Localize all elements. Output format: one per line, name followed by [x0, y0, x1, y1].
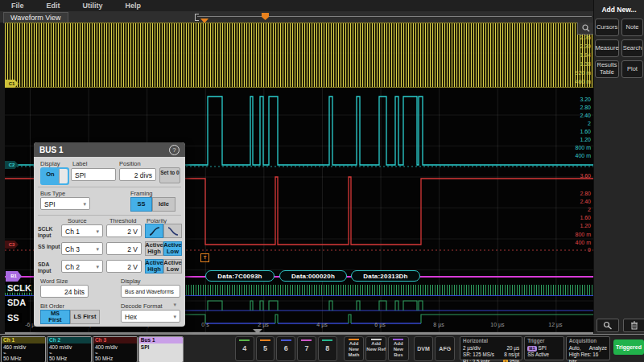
tab-waveform-view[interactable]: Waveform View	[3, 12, 68, 23]
decode-box-2[interactable]: Data:000020h	[279, 270, 347, 282]
ss-threshold-input[interactable]: 2 V	[106, 242, 142, 255]
ss-active-high-button[interactable]: Active High	[145, 241, 163, 256]
record-window-bracket[interactable]	[195, 14, 199, 21]
word-size-input[interactable]: 24 bits	[40, 285, 89, 298]
sda-polarity-segment: Active High Active Low	[145, 259, 182, 274]
results-table-button[interactable]: Results Table	[595, 60, 619, 78]
horizontal-panel[interactable]: Horizontal 2 µs/div20 µs SR: 125 MS/s8 n…	[460, 336, 522, 360]
ch3-scale-tick: 2.40	[564, 199, 591, 205]
trigger-point-marker[interactable]: T	[200, 253, 209, 262]
ch4-color-dash	[239, 339, 250, 341]
menu-utility[interactable]: Utility	[83, 2, 103, 10]
decode-format-label: Decode Format	[121, 302, 163, 310]
search-button[interactable]: Search	[621, 39, 643, 57]
bus-type-label: Bus Type	[40, 190, 65, 197]
sda-threshold-input[interactable]: 2 V	[106, 260, 142, 273]
decode-box-3[interactable]: Data:20313Dh	[351, 270, 420, 282]
ch2-scale-tick: 2.80	[564, 105, 591, 111]
menu-bar: File Edit Utility Help	[0, 0, 594, 11]
ch4-button[interactable]: 4	[235, 336, 254, 361]
ch3-scale-tick: 3.60	[564, 173, 591, 179]
plot-button[interactable]: Plot	[621, 60, 643, 78]
ls-first-button[interactable]: LS First	[70, 310, 100, 324]
ch2-scale-tick: 1.20	[564, 137, 591, 143]
ch3-scale-tick: 2	[564, 207, 591, 213]
decode-format-dropdown[interactable]: Hex	[121, 310, 180, 323]
ch7-color-dash	[301, 339, 312, 341]
cursors-button[interactable]: Cursors	[595, 19, 619, 36]
framing-ss-button[interactable]: SS	[130, 197, 152, 212]
note-button[interactable]: Note	[621, 19, 643, 36]
label-input[interactable]: SPI	[71, 168, 116, 181]
divider	[38, 215, 181, 216]
ch1-scale-tick: 460 m	[564, 79, 591, 85]
display-mode-dropdown[interactable]: Bus and Waveforms	[121, 285, 180, 298]
ch5-button[interactable]: 5	[256, 336, 275, 361]
add-new-ref-button[interactable]: Add New Ref	[365, 336, 386, 361]
ch3-scale-tick: 400 m	[564, 240, 591, 246]
coupling-icon: ⌁	[95, 350, 135, 356]
ch3-scale-tick: 800 m	[564, 232, 591, 238]
ch7-button[interactable]: 7	[297, 336, 316, 361]
set-to-zero-button[interactable]: Set to 0	[159, 167, 180, 183]
ss-source-dropdown[interactable]: Ch 3	[61, 242, 103, 255]
sclk-threshold-input[interactable]: 2 V	[106, 224, 142, 237]
drawer-handle-icon[interactable]	[253, 329, 262, 334]
help-icon[interactable]: ?	[169, 145, 180, 155]
ch6-button[interactable]: 6	[276, 336, 295, 361]
bus-type-dropdown[interactable]: SPI	[40, 197, 90, 210]
rising-edge-button[interactable]	[145, 224, 163, 238]
framing-idle-button[interactable]: Idle	[152, 197, 175, 212]
ss-active-low-button[interactable]: Active Low	[163, 241, 182, 256]
threshold-column-header: Threshold	[109, 217, 136, 224]
sda-source-dropdown[interactable]: Ch 2	[61, 260, 103, 273]
dialog-header[interactable]: BUS 1 ?	[34, 142, 185, 157]
time-tick: 12 µs	[542, 322, 569, 327]
dvm-button[interactable]: DVM	[414, 336, 434, 361]
trigger-type: SPI	[539, 345, 547, 351]
record-length: RL: 2.5 kpts	[463, 359, 490, 362]
menu-file[interactable]: File	[11, 2, 24, 10]
falling-edge-button[interactable]	[163, 224, 182, 238]
ch8-button[interactable]: 8	[318, 336, 337, 361]
position-marker-icon: !	[503, 360, 508, 362]
sclk-input-label: SCLK Input	[38, 226, 60, 239]
sda-active-low-button[interactable]: Active Low	[163, 259, 182, 274]
record-trigger-marker-icon[interactable]	[262, 13, 269, 20]
zoom-overlay-button[interactable]	[577, 23, 593, 35]
afg-button[interactable]: AFG	[435, 336, 455, 361]
ch1-scale-tick: 920 m	[564, 70, 591, 76]
sda-active-high-button[interactable]: Active High	[145, 259, 163, 274]
bit-order-segment: MS First LS First	[40, 310, 100, 324]
trash-button[interactable]	[623, 319, 644, 332]
ch6-number: 6	[284, 344, 288, 352]
ch2-scale-tick: 400 m	[564, 153, 591, 159]
trigger-panel[interactable]: Trigger B1 SPI SS Active	[524, 336, 564, 360]
zoom-mode-button[interactable]	[597, 319, 619, 332]
trash-icon	[630, 321, 638, 330]
ms-first-button[interactable]: MS First	[40, 310, 70, 324]
acquisition-resolution: High Res: 16 bits	[569, 352, 607, 362]
display-toggle[interactable]: On	[40, 167, 69, 185]
bus1-config-dialog[interactable]: BUS 1 ? Display Label Position On SPI 2 …	[34, 142, 185, 327]
ch1-scale-tick: 2.76	[564, 35, 591, 41]
coupling-icon: ⌁	[3, 350, 43, 356]
ch2-scale-tick: 1.60	[564, 129, 591, 135]
ch2-badge[interactable]: Ch 2 400 m/div ⌁ 50 MHz	[47, 336, 92, 362]
bus1-badge[interactable]: Bus 1 SPI	[138, 336, 184, 362]
position-label: Position	[119, 160, 141, 167]
position-input[interactable]: 2 divs	[119, 168, 156, 181]
ch1-badge-title: Ch 1	[2, 337, 45, 343]
menu-edit[interactable]: Edit	[47, 2, 60, 10]
acquisition-mode: Auto,	[569, 345, 581, 352]
acquisition-panel[interactable]: Acquisition Auto,Analyze High Res: 16 bi…	[566, 336, 610, 360]
menu-help[interactable]: Help	[126, 2, 142, 10]
ch1-badge[interactable]: Ch 1 460 m/div ⌁ 50 MHz	[1, 336, 46, 362]
add-new-bus-button[interactable]: Add New Bus	[388, 336, 409, 361]
ch3-badge[interactable]: Ch 3 400 m/div ⌁ 50 MHz	[93, 336, 138, 362]
add-new-math-button[interactable]: Add New Math	[344, 336, 365, 361]
measure-button[interactable]: Measure	[595, 39, 619, 57]
decode-box-1[interactable]: Data:7C0093h	[205, 270, 275, 282]
dialog-title: BUS 1	[39, 146, 63, 154]
sclk-source-dropdown[interactable]: Ch 1	[61, 224, 103, 237]
